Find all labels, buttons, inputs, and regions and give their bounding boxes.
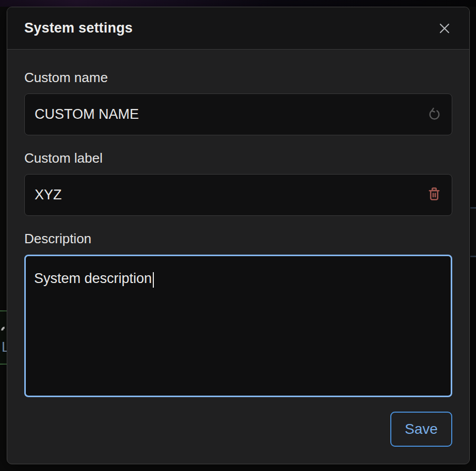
reset-custom-name-button[interactable] — [422, 103, 446, 127]
save-button[interactable]: Save — [390, 412, 452, 447]
dialog-body: Custom name Custom label — [7, 50, 469, 464]
custom-label-field-group — [24, 174, 452, 216]
background-top-strip — [0, 0, 476, 7]
screen: L System settings Custom name — [0, 0, 476, 471]
background-partial-glyph — [0, 325, 7, 336]
close-icon — [437, 21, 452, 36]
background-left-snippet: L — [0, 310, 7, 365]
custom-label-label: Custom label — [24, 150, 452, 166]
description-text: System description — [34, 271, 152, 286]
custom-label-input[interactable] — [24, 174, 452, 216]
dialog-title: System settings — [24, 20, 133, 36]
background-divider-line — [470, 256, 476, 257]
text-cursor — [153, 272, 154, 288]
description-textarea[interactable]: System description — [24, 255, 452, 397]
close-button[interactable] — [433, 17, 456, 40]
background-partial-letter: L — [2, 338, 7, 356]
custom-name-field-group — [24, 93, 452, 135]
system-settings-dialog: System settings Custom name — [7, 7, 470, 464]
custom-name-label: Custom name — [24, 69, 452, 86]
reset-icon — [427, 106, 442, 123]
dialog-footer: Save — [24, 412, 452, 447]
dialog-header: System settings — [7, 7, 469, 50]
background-right-segment — [470, 208, 476, 256]
background-right-strip — [470, 7, 476, 471]
delete-custom-label-button[interactable] — [422, 183, 446, 207]
trash-icon — [426, 186, 442, 203]
background-divider-line — [470, 207, 476, 209]
custom-name-input[interactable] — [24, 93, 452, 135]
description-label: Description — [24, 230, 452, 247]
